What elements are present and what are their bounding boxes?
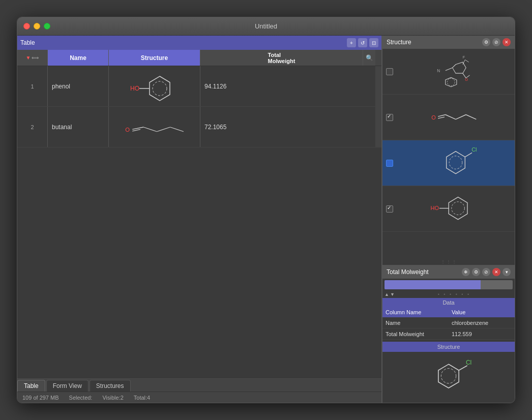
- panel-divider: ⋮ ⋮ ⋮: [382, 258, 515, 265]
- svg-text:Cl: Cl: [466, 359, 471, 366]
- svg-text:O: O: [431, 114, 436, 120]
- svg-text:O: O: [125, 126, 130, 132]
- row-name-cell: phenol: [48, 66, 109, 106]
- svg-text:F: F: [463, 55, 465, 59]
- status-bar: 109 of 297 MB Selected: Visible:2 Total:…: [17, 392, 381, 403]
- data-table-header: Column Name Value: [382, 307, 515, 317]
- scrollbar-row1: [375, 66, 381, 106]
- struct-preview: Cl: [382, 352, 515, 403]
- struct-cb-3[interactable]: [382, 160, 397, 167]
- svg-line-15: [446, 68, 453, 71]
- row-molweight-cell: 94.1126: [200, 66, 375, 106]
- data-panel-disable[interactable]: ⊘: [482, 268, 490, 276]
- structure-panel-settings[interactable]: ⚙: [482, 38, 490, 46]
- svg-line-25: [446, 114, 456, 119]
- checkbox-3[interactable]: [386, 160, 393, 167]
- data-col-name: Column Name: [382, 307, 449, 317]
- col-header-name[interactable]: Name: [48, 50, 109, 66]
- maximize-button[interactable]: [44, 23, 50, 29]
- data-row-2: Total Molweight 112.559: [382, 328, 515, 340]
- struct-svg-1: F N O: [428, 52, 484, 91]
- scrollbar-row2: [375, 107, 381, 147]
- svg-line-5: [132, 127, 143, 129]
- svg-text:HO: HO: [431, 205, 439, 211]
- col-header-structure[interactable]: Structure: [109, 50, 200, 66]
- struct-item-2: O: [382, 95, 515, 140]
- data-row-1: Name chlorobenzene: [382, 317, 515, 328]
- svg-line-13: [465, 60, 468, 63]
- filter-dots: • • • • • •: [396, 292, 513, 297]
- structure-panel-close[interactable]: ✕: [503, 38, 511, 46]
- table-body: 1 phenol HO: [17, 66, 381, 377]
- data-col-value: Value: [449, 307, 515, 317]
- data-panel-expand[interactable]: ▾: [503, 268, 511, 276]
- checkbox-1[interactable]: [386, 68, 393, 75]
- svg-line-6: [132, 129, 140, 131]
- checkbox-4[interactable]: [386, 205, 393, 213]
- svg-line-9: [157, 127, 170, 132]
- minimize-button[interactable]: [34, 23, 40, 29]
- search-icon[interactable]: 🔍: [363, 50, 375, 66]
- svg-point-21: [448, 78, 455, 86]
- row-structure-cell: HO: [109, 66, 200, 106]
- scrollbar[interactable]: [375, 50, 381, 66]
- left-panel: Table + ↺ ⊡ ▼ ⟺ Name Structure Total Mol…: [17, 36, 382, 403]
- bottom-tabs: Table Form View Structures: [17, 377, 381, 392]
- struct-item-1: F N O: [382, 49, 515, 95]
- expand-button[interactable]: ⊡: [369, 38, 378, 47]
- row-number: 1: [17, 66, 48, 106]
- filter-arrow-up[interactable]: ▲: [385, 292, 389, 297]
- tab-form-view[interactable]: Form View: [46, 380, 88, 392]
- sort-horiz-icon[interactable]: ⟺: [32, 55, 39, 61]
- svg-line-8: [143, 127, 157, 132]
- selected-status: Selected:: [69, 395, 93, 401]
- data-panel-close[interactable]: ✕: [492, 268, 500, 276]
- row-structure-cell: O: [109, 107, 200, 147]
- sort-down-icon[interactable]: ▼: [26, 55, 31, 61]
- struct-item-4: HO: [382, 186, 515, 232]
- close-button[interactable]: [23, 23, 30, 29]
- row-molweight-cell: 72.1065: [200, 107, 375, 147]
- main-content: Table + ↺ ⊡ ▼ ⟺ Name Structure Total Mol…: [17, 36, 515, 403]
- structure-panel-disable[interactable]: ⊘: [492, 38, 500, 46]
- table-header: ▼ ⟺ Name Structure Total Molweight 🔍: [17, 50, 381, 66]
- data-cell-value-1: chlorobenzene: [449, 317, 515, 328]
- struct-mol-1: F N O: [397, 50, 515, 93]
- svg-point-4: [153, 81, 167, 96]
- struct-cb-2[interactable]: [382, 114, 397, 121]
- tab-table[interactable]: Table: [17, 380, 45, 392]
- svg-text:O: O: [465, 77, 468, 82]
- data-cell-name-2: Total Molweight: [382, 328, 449, 339]
- data-cell-name-1: Name: [382, 317, 449, 328]
- svg-line-26: [456, 114, 466, 119]
- row-sort-icons: ▼ ⟺: [26, 55, 39, 61]
- filter-arrow-down[interactable]: ▼: [390, 292, 395, 297]
- struct-item-3: Cl: [382, 140, 515, 186]
- data-label-bar: Data: [382, 298, 515, 307]
- data-panel-snowflake[interactable]: ❄: [462, 268, 470, 276]
- struct-cb-4[interactable]: [382, 205, 397, 213]
- table-row: 1 phenol HO: [17, 66, 381, 107]
- memory-status: 109 of 297 MB: [22, 395, 59, 401]
- molweight-bar: [385, 280, 513, 289]
- total-status: Total:4: [134, 395, 150, 401]
- add-column-button[interactable]: +: [347, 38, 356, 47]
- structure-panel-titlebar: Structure ⚙ ⊘ ✕: [382, 36, 515, 49]
- data-panel: Total Molweight ❄ ⚙ ⊘ ✕ ▾ ▲ ▼ • • • • • …: [382, 265, 515, 403]
- svg-line-30: [465, 153, 472, 157]
- refresh-button[interactable]: ↺: [358, 38, 367, 47]
- tab-structures[interactable]: Structures: [90, 380, 131, 392]
- svg-line-38: [459, 366, 467, 370]
- svg-text:N: N: [437, 69, 440, 73]
- window-title: Untitled: [255, 22, 277, 30]
- right-panel: Structure ⚙ ⊘ ✕ F: [382, 36, 515, 403]
- data-panel-settings[interactable]: ⚙: [472, 268, 480, 276]
- struct-cb-1[interactable]: [382, 68, 397, 75]
- butanal-structure: O: [119, 109, 190, 145]
- svg-line-22: [438, 114, 446, 116]
- svg-point-33: [452, 202, 465, 215]
- structure-label-bar: Structure: [382, 342, 515, 352]
- svg-text:Cl: Cl: [471, 147, 477, 153]
- svg-line-23: [438, 117, 445, 118]
- checkbox-2[interactable]: [386, 114, 393, 121]
